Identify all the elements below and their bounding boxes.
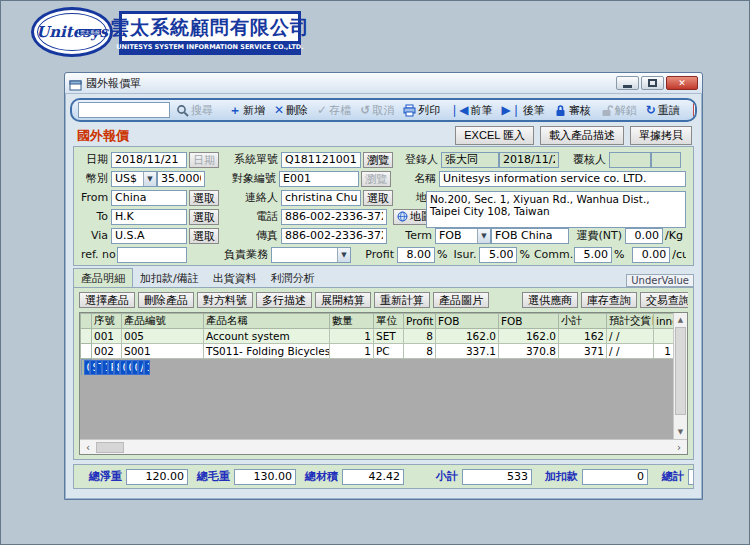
minimize-button[interactable] [616, 76, 639, 90]
cuft-input[interactable] [632, 247, 670, 263]
add-button[interactable]: ＋新增 [226, 102, 268, 119]
form-row-1: 日期 日期 系統單號 瀏覽 登錄人 覆核人 [81, 150, 686, 169]
product-image-button[interactable]: 產品圖片 [433, 292, 489, 308]
phone-input[interactable] [281, 209, 387, 225]
search-button[interactable]: 搜尋 [173, 102, 216, 119]
profit-input[interactable] [397, 247, 435, 263]
vertical-scrollbar[interactable]: ▲ ▼ [673, 313, 687, 439]
tab-adjustment-remarks[interactable]: 加扣款/備註 [133, 269, 206, 287]
date-picker-button[interactable]: 日期 [189, 152, 219, 168]
reviewer-date-input [651, 152, 681, 168]
customer-browse-button[interactable]: 瀏覽 [361, 171, 391, 187]
to-input[interactable] [111, 209, 187, 225]
reviewer-input [609, 152, 651, 168]
cancel-button[interactable]: ↺取消 [357, 102, 397, 119]
refno-input[interactable] [117, 247, 187, 263]
row-selector-header [81, 314, 92, 329]
col-unit[interactable]: 單位 [374, 314, 404, 329]
via-input[interactable] [111, 228, 187, 244]
exchange-rate-input[interactable] [157, 171, 205, 187]
col-product-name[interactable]: 產品名稱 [204, 314, 330, 329]
col-fob1[interactable]: FOB [436, 314, 499, 329]
col-qty[interactable]: 數量 [330, 314, 374, 329]
search-input[interactable] [78, 102, 170, 118]
term-desc-input[interactable] [491, 228, 569, 244]
copy-document-button[interactable]: 單據拷貝 [630, 126, 692, 145]
unlock-button[interactable]: 解鎖 [597, 102, 640, 119]
freight-label: 運費(NT) [573, 228, 625, 243]
tab-product-detail[interactable]: 產品明細 [73, 268, 133, 287]
col-seq[interactable]: 序號 [92, 314, 122, 329]
scroll-up-icon[interactable]: ▲ [674, 313, 687, 327]
currency-select[interactable]: US$▼ [111, 171, 157, 187]
term-select[interactable]: FOB▼ [435, 228, 491, 244]
gross-weight-label: 總毛重 [188, 469, 234, 484]
close-button[interactable]: ✕ [666, 76, 698, 90]
reload-button[interactable]: ↻重讀 [643, 102, 683, 119]
sales-select[interactable]: ▼ [271, 247, 351, 263]
company-name-box: 雲太系統顧問有限公司 UNITESYS SYSTEM INFORMATION S… [119, 11, 301, 55]
table-row[interactable]: 001 005 Account system 1 SET 8 162.0 162… [81, 329, 674, 344]
contact-select-button[interactable]: 選取 [363, 190, 393, 206]
lock-icon [554, 104, 567, 117]
from-input[interactable] [111, 190, 187, 206]
vertical-scroll-thumb[interactable] [675, 327, 686, 415]
table-row[interactable]: 002 S001 TS011- Folding Bicycles 1 PC 8 … [81, 344, 674, 359]
sysno-input[interactable] [281, 152, 361, 168]
via-select-button[interactable]: 選取 [189, 228, 219, 244]
freight-input[interactable] [625, 228, 663, 244]
horizontal-scrollbar[interactable]: ‹ › [80, 439, 687, 454]
form-row-2: 幣別 US$▼ 對象編號 瀏覽 名稱 [81, 169, 686, 188]
to-select-button[interactable]: 選取 [189, 209, 219, 225]
volume-input [342, 469, 404, 485]
previous-record-button[interactable]: ❘◀前筆 [446, 102, 495, 119]
fax-input[interactable] [281, 228, 387, 244]
save-button[interactable]: ✓存檔 [314, 102, 354, 119]
recalculate-button[interactable]: 重新計算 [374, 292, 430, 308]
tab-shipping-info[interactable]: 出貨資料 [206, 269, 264, 287]
transaction-query-button[interactable]: 交易查詢 [640, 292, 688, 308]
expand-calc-button[interactable]: 展開精算 [315, 292, 371, 308]
table-row-selected[interactable]: ▶ 003 S001-1 TS011- frame 1 PC 8 0.0 0.0… [81, 359, 92, 375]
load-product-desc-button[interactable]: 載入產品描述 [540, 126, 624, 145]
col-subtotal[interactable]: 小計 [559, 314, 607, 329]
multiline-desc-button[interactable]: 多行描述 [256, 292, 312, 308]
customer-name-input[interactable] [439, 171, 686, 187]
excel-import-button[interactable]: EXCEL 匯入 [455, 126, 534, 145]
choose-product-button[interactable]: 選擇產品 [79, 292, 135, 308]
horizontal-scroll-thumb[interactable] [96, 442, 124, 453]
scroll-right-icon[interactable]: › [671, 442, 687, 453]
tab-profit-analysis[interactable]: 利潤分析 [264, 269, 322, 287]
col-profit[interactable]: Profit [404, 314, 436, 329]
creator-label: 登錄人 [399, 152, 441, 167]
sysno-browse-button[interactable]: 瀏覽 [363, 152, 393, 168]
globe-icon [397, 211, 408, 222]
comm-input[interactable] [574, 247, 612, 263]
customer-input[interactable] [279, 171, 359, 187]
home-button[interactable]: 首頁 [693, 101, 697, 120]
print-button[interactable]: 列印 [400, 102, 443, 119]
delete-button[interactable]: ✕刪除 [271, 102, 311, 119]
col-product-code[interactable]: 產品編號 [122, 314, 204, 329]
scroll-down-icon[interactable]: ▼ [674, 425, 687, 439]
date-label: 日期 [81, 152, 111, 167]
counterpart-partno-button[interactable]: 對方料號 [197, 292, 253, 308]
col-fob2[interactable]: FOB [499, 314, 559, 329]
col-inner[interactable]: inner [654, 314, 674, 329]
approve-button[interactable]: 審核 [551, 102, 594, 119]
contact-input[interactable] [281, 190, 361, 206]
from-select-button[interactable]: 選取 [189, 190, 219, 206]
address-input[interactable]: No.200, Sec. 1, Xiyuan Rd., Wanhua Dist.… [426, 191, 686, 228]
scroll-left-icon[interactable]: ‹ [80, 442, 96, 453]
col-delivery-date[interactable]: 預計交貨日 [607, 314, 654, 329]
date-input[interactable] [111, 152, 187, 168]
isur-input[interactable] [479, 247, 517, 263]
undervalue-label[interactable]: UnderValue [626, 274, 694, 287]
term-label: Term [399, 229, 435, 242]
next-record-button[interactable]: ▶❘後筆 [498, 102, 547, 119]
window-titlebar[interactable]: 國外報價單 ✕ [65, 73, 702, 94]
maximize-button[interactable] [641, 76, 664, 90]
delete-product-button[interactable]: 刪除產品 [138, 292, 194, 308]
inventory-query-button[interactable]: 庫存查詢 [581, 292, 637, 308]
choose-supplier-button[interactable]: 選供應商 [522, 292, 578, 308]
